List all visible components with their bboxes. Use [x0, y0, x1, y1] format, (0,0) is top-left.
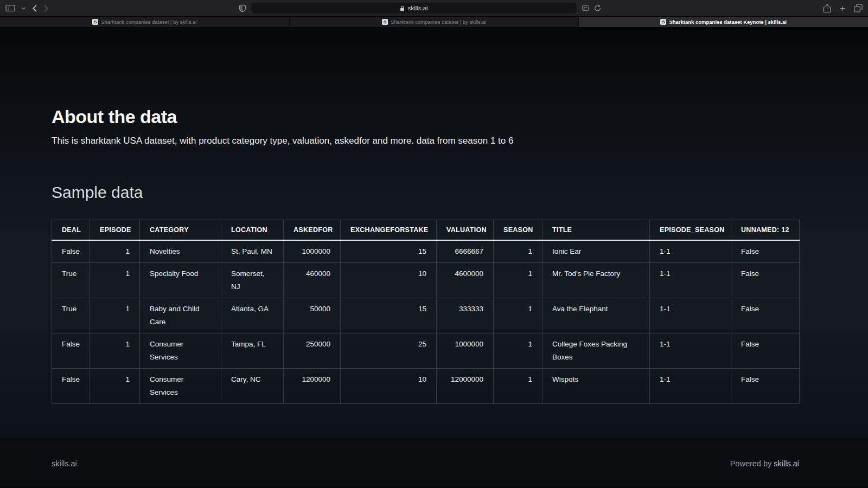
- column-header: SEASON: [494, 220, 542, 241]
- cell: 1: [494, 369, 542, 404]
- cell: Atlanta, GA: [221, 298, 284, 333]
- cell: 1-1: [650, 298, 731, 333]
- cell: Somerset, NJ: [221, 263, 284, 298]
- cell: Ava the Elephant: [542, 298, 650, 333]
- table-row: False1Consumer ServicesCary, NC120000010…: [52, 369, 800, 404]
- cell: 15: [341, 240, 437, 263]
- new-tab-icon[interactable]: +: [840, 4, 845, 13]
- cell: False: [731, 298, 800, 333]
- table-row: True1Baby and Child CareAtlanta, GA50000…: [52, 298, 800, 333]
- cell: Consumer Services: [140, 369, 221, 404]
- column-header: DEAL: [52, 220, 90, 241]
- powered-by-link[interactable]: skills.ai: [774, 459, 799, 468]
- cell: Novelties: [140, 240, 221, 263]
- forward-button-icon[interactable]: [43, 4, 49, 12]
- cell: False: [52, 333, 90, 369]
- content: About the data This is sharktank USA dat…: [0, 27, 868, 439]
- cell: College Foxes Packing Boxes: [542, 333, 650, 369]
- cell: 10: [341, 369, 437, 404]
- column-header: EPISODE_SEASON: [650, 220, 731, 241]
- cell: 4600000: [437, 263, 494, 298]
- cell: False: [731, 263, 800, 298]
- column-header: UNNAMED: 12: [731, 220, 800, 241]
- footer-brand-link[interactable]: skills.ai: [52, 459, 77, 468]
- privacy-shield-icon[interactable]: [239, 4, 246, 12]
- back-button-icon[interactable]: [32, 4, 37, 12]
- site-favicon: S: [382, 19, 388, 25]
- cell: True: [52, 298, 90, 333]
- page-viewport: About the data This is sharktank USA dat…: [0, 27, 868, 487]
- cell: 6666667: [437, 240, 494, 263]
- column-header: ASKEDFOR: [284, 220, 341, 241]
- sidebar-toggle-icon[interactable]: [5, 4, 15, 12]
- share-icon[interactable]: [823, 4, 831, 13]
- sidebar-chevron-icon[interactable]: [21, 6, 26, 11]
- cell: St. Paul, MN: [221, 240, 284, 263]
- cell: 1-1: [650, 240, 731, 263]
- table-header-row: DEALEPISODECATEGORYLOCATIONASKEDFOREXCHA…: [52, 220, 800, 241]
- column-header: TITLE: [542, 220, 650, 241]
- cell: 1: [494, 240, 542, 263]
- page-footer: skills.ai Powered byskills.ai: [0, 439, 868, 487]
- cell: False: [731, 240, 800, 263]
- lock-icon: [400, 5, 405, 11]
- cell: 460000: [284, 263, 341, 298]
- address-bar[interactable]: skills.ai: [251, 3, 577, 14]
- cell: Baby and Child Care: [140, 298, 221, 333]
- table-row: False1NoveltiesSt. Paul, MN1000000156666…: [52, 240, 800, 263]
- data-table: DEALEPISODECATEGORYLOCATIONASKEDFOREXCHA…: [52, 220, 800, 404]
- column-header: EPISODE: [90, 220, 140, 241]
- cell: 50000: [284, 298, 341, 333]
- reload-icon[interactable]: [594, 4, 601, 12]
- sample-data-heading: Sample data: [52, 183, 799, 202]
- column-header: VALUATION: [437, 220, 494, 241]
- cell: 1200000: [284, 369, 341, 404]
- address-url: skills.ai: [407, 5, 427, 11]
- cell: Mr. Tod's Pie Factory: [542, 263, 650, 298]
- powered-by-text: Powered byskills.ai: [730, 459, 799, 468]
- table-row: False1Consumer ServicesTampa, FL25000025…: [52, 333, 800, 369]
- cell: 1: [494, 333, 542, 369]
- cell: 1-1: [650, 263, 731, 298]
- column-header: EXCHANGEFORSTAKE: [341, 220, 437, 241]
- cell: False: [731, 369, 800, 404]
- cell: Wispots: [542, 369, 650, 404]
- cell: Specialty Food: [140, 263, 221, 298]
- cell: 1: [494, 263, 542, 298]
- cell: 1: [90, 240, 140, 263]
- column-header: LOCATION: [221, 220, 284, 241]
- cell: False: [731, 333, 800, 369]
- browser-tab-1[interactable]: S Sharktank companies dataset | by skill…: [0, 17, 289, 27]
- tab-title: Sharktank companies dataset | by skills.…: [391, 19, 486, 25]
- table-row: True1Specialty FoodSomerset, NJ460000104…: [52, 263, 800, 298]
- browser-tab-2[interactable]: S Sharktank companies dataset | by skill…: [290, 17, 579, 27]
- cell: False: [52, 240, 90, 263]
- browser-tab-3-active[interactable]: S Sharktank companies dataset Keynote | …: [579, 17, 868, 27]
- cell: 1: [90, 298, 140, 333]
- cell: Consumer Services: [140, 333, 221, 369]
- cell: 15: [341, 298, 437, 333]
- cell: 25: [341, 333, 437, 369]
- cell: False: [52, 369, 90, 404]
- cell: 12000000: [437, 369, 494, 404]
- cell: Ionic Ear: [542, 240, 650, 263]
- cell: 1-1: [650, 369, 731, 404]
- cell: Tampa, FL: [221, 333, 284, 369]
- tab-overview-icon[interactable]: [854, 4, 863, 12]
- tab-bar: S Sharktank companies dataset | by skill…: [0, 17, 868, 27]
- cell: 1000000: [284, 240, 341, 263]
- cell: 1000000: [437, 333, 494, 369]
- website-settings-icon[interactable]: [582, 5, 589, 11]
- column-header: CATEGORY: [140, 220, 221, 241]
- site-favicon: S: [92, 19, 98, 25]
- cell: 1: [90, 333, 140, 369]
- tab-title: Sharktank companies dataset | by skills.…: [101, 19, 196, 25]
- about-heading: About the data: [52, 106, 799, 127]
- cell: 1: [90, 263, 140, 298]
- tab-title: Sharktank companies dataset Keynote | sk…: [669, 19, 787, 25]
- cell: 250000: [284, 333, 341, 369]
- about-description: This is sharktank USA dataset, with prod…: [52, 136, 799, 146]
- browser-toolbar: skills.ai +: [0, 0, 868, 17]
- cell: 1: [494, 298, 542, 333]
- powered-by-prefix: Powered by: [730, 459, 772, 468]
